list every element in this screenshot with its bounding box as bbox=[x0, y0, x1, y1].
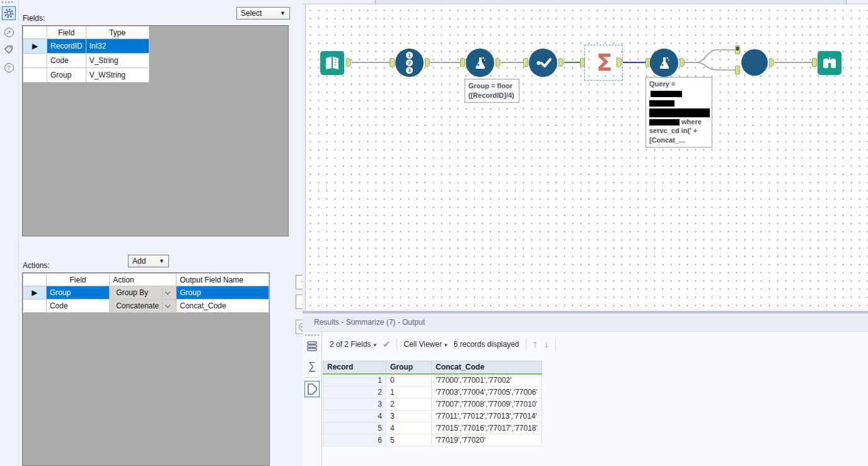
concat-code-cell[interactable]: '77007','77008','77009','77010' bbox=[432, 398, 542, 410]
output-anchor[interactable] bbox=[680, 58, 685, 67]
tool-formula-1[interactable] bbox=[466, 49, 494, 77]
tool-formula-2[interactable] bbox=[650, 49, 678, 77]
input-anchor[interactable] bbox=[460, 58, 465, 67]
canvas-left-scrollbar[interactable] bbox=[303, 4, 306, 311]
output-anchor[interactable] bbox=[558, 58, 564, 67]
configuration-tab-gear-icon[interactable] bbox=[2, 6, 16, 20]
group-cell[interactable]: 3 bbox=[386, 410, 432, 422]
input-anchor[interactable] bbox=[390, 58, 395, 67]
action-dropdown-cell[interactable]: Group By bbox=[110, 286, 176, 300]
fields-row[interactable]: ▶RecordIDInt32 bbox=[23, 39, 149, 54]
record-cell[interactable]: 3 bbox=[323, 398, 386, 410]
field-cell[interactable]: Group bbox=[47, 68, 86, 83]
tool-select[interactable] bbox=[529, 49, 557, 77]
help-icon[interactable]: ? bbox=[2, 61, 16, 74]
connection-wire-blue[interactable] bbox=[623, 62, 645, 63]
connection-wire[interactable] bbox=[775, 62, 812, 63]
tag-icon[interactable] bbox=[2, 43, 16, 57]
output-anchor[interactable] bbox=[769, 58, 774, 67]
concat-code-cell[interactable]: '77003','77004','77005','77006' bbox=[432, 386, 542, 398]
arrow-up-icon[interactable]: ↑ bbox=[533, 339, 538, 350]
record-cell[interactable]: 4 bbox=[323, 410, 386, 422]
concat-code-cell[interactable]: '77015','77016','77017','77018' bbox=[432, 422, 542, 434]
data-view-icon[interactable] bbox=[304, 338, 320, 354]
canvas-horizontal-scrollbar[interactable] bbox=[303, 0, 868, 4]
column-header[interactable]: Record bbox=[323, 361, 386, 374]
connection-wire[interactable] bbox=[352, 62, 390, 63]
results-row[interactable]: 43'77011','77012','77013','77014' bbox=[323, 410, 542, 422]
fields-count-dropdown[interactable]: 2 of 2 Fields▾ bbox=[330, 340, 376, 349]
input-anchor[interactable] bbox=[812, 58, 817, 67]
group-cell[interactable]: 5 bbox=[386, 434, 432, 446]
type-cell[interactable]: V_String bbox=[86, 54, 149, 68]
record-cell[interactable]: 2 bbox=[323, 386, 386, 398]
action-dropdown-cell[interactable]: Concatenate bbox=[110, 300, 176, 313]
type-cell[interactable]: Int32 bbox=[86, 39, 149, 54]
connection-wire[interactable] bbox=[501, 62, 523, 63]
concat-code-cell[interactable]: '77019','77020' bbox=[432, 434, 542, 446]
output-anchor[interactable] bbox=[616, 57, 622, 67]
add-dropdown[interactable]: Add ▼ bbox=[128, 255, 169, 267]
scrollbar-thumb[interactable] bbox=[375, 0, 847, 4]
input-anchor-top[interactable] bbox=[735, 45, 740, 54]
group-cell[interactable]: 4 bbox=[386, 422, 432, 434]
connection-wire[interactable] bbox=[431, 62, 460, 63]
field-cell[interactable]: Group bbox=[46, 286, 109, 300]
workflow-canvas[interactable]: 123 Σ bbox=[303, 0, 868, 311]
group-cell[interactable]: 2 bbox=[386, 398, 432, 410]
output-anchor[interactable] bbox=[425, 58, 430, 67]
checkmark-icon[interactable]: ✔ bbox=[383, 339, 391, 350]
connection-wire-green[interactable] bbox=[564, 62, 581, 63]
tool-text-input[interactable] bbox=[320, 51, 344, 75]
arrow-down-icon[interactable]: ↓ bbox=[544, 339, 549, 350]
output-anchor[interactable] bbox=[495, 58, 501, 67]
results-row[interactable]: 65'77019','77020' bbox=[323, 434, 542, 446]
chevron-down-icon[interactable] bbox=[162, 301, 173, 310]
column-header[interactable]: Group bbox=[386, 361, 432, 374]
group-cell[interactable]: 1 bbox=[386, 386, 432, 398]
results-row[interactable]: 21'77003','77004','77005','77006' bbox=[323, 386, 542, 398]
output-field-cell[interactable]: Concat_Code bbox=[176, 300, 269, 313]
row-selector[interactable] bbox=[23, 300, 47, 313]
tool-browse[interactable] bbox=[818, 51, 842, 75]
results-row[interactable]: 10'77000','77001','77002' bbox=[323, 374, 542, 387]
output-anchor-icon[interactable] bbox=[304, 381, 320, 397]
annotation-query[interactable]: Query = where servc_cd in(' + [Concat_..… bbox=[645, 77, 712, 148]
record-cell[interactable]: 5 bbox=[323, 422, 386, 434]
input-anchor-bottom[interactable] bbox=[735, 66, 740, 74]
output-field-cell[interactable]: Group bbox=[176, 286, 269, 300]
field-cell[interactable]: Code bbox=[46, 300, 109, 313]
results-row[interactable]: 32'77007','77008','77009','77010' bbox=[323, 398, 542, 410]
concat-code-cell[interactable]: '77011','77012','77013','77014' bbox=[432, 410, 542, 422]
navigate-icon[interactable]: ↗ bbox=[2, 25, 16, 39]
fields-row[interactable]: GroupV_WString bbox=[23, 68, 149, 83]
concat-code-cell[interactable]: '77000','77001','77002' bbox=[432, 374, 542, 387]
tool-record-id[interactable]: 123 bbox=[395, 49, 424, 77]
select-dropdown[interactable]: Select ▼ bbox=[236, 7, 290, 20]
column-header[interactable]: Concat_Code bbox=[432, 361, 542, 374]
grip-handle[interactable] bbox=[2, 1, 13, 3]
field-cell[interactable]: RecordID bbox=[47, 39, 86, 54]
forked-connection-wires[interactable] bbox=[685, 44, 736, 81]
output-anchor[interactable] bbox=[346, 58, 351, 67]
row-selector[interactable] bbox=[23, 68, 47, 83]
record-cell[interactable]: 6 bbox=[323, 434, 386, 446]
summarize-input-anchor-icon[interactable]: ∑ bbox=[304, 358, 320, 375]
row-selector[interactable]: ▶ bbox=[23, 39, 47, 54]
actions-row[interactable]: ▶GroupGroup ByGroup bbox=[23, 286, 269, 300]
input-anchor[interactable] bbox=[523, 58, 528, 67]
row-selector[interactable] bbox=[23, 54, 47, 68]
cell-viewer-dropdown[interactable]: Cell Viewer▾ bbox=[403, 340, 447, 349]
annotation-formula[interactable]: Group = floor ([RecordID]/4) bbox=[465, 79, 519, 103]
chevron-down-icon[interactable] bbox=[162, 288, 173, 297]
results-row[interactable]: 54'77015','77016','77017','77018' bbox=[323, 422, 542, 434]
row-selector[interactable]: ▶ bbox=[23, 286, 47, 300]
field-cell[interactable]: Code bbox=[47, 54, 86, 68]
grip-handle[interactable] bbox=[305, 334, 319, 336]
tool-summarize[interactable]: Σ bbox=[592, 50, 617, 75]
tool-union[interactable] bbox=[741, 49, 768, 76]
record-cell[interactable]: 1 bbox=[323, 374, 386, 387]
type-cell[interactable]: V_WString bbox=[86, 68, 149, 83]
group-cell[interactable]: 0 bbox=[386, 374, 432, 387]
fields-row[interactable]: CodeV_String bbox=[23, 54, 149, 68]
